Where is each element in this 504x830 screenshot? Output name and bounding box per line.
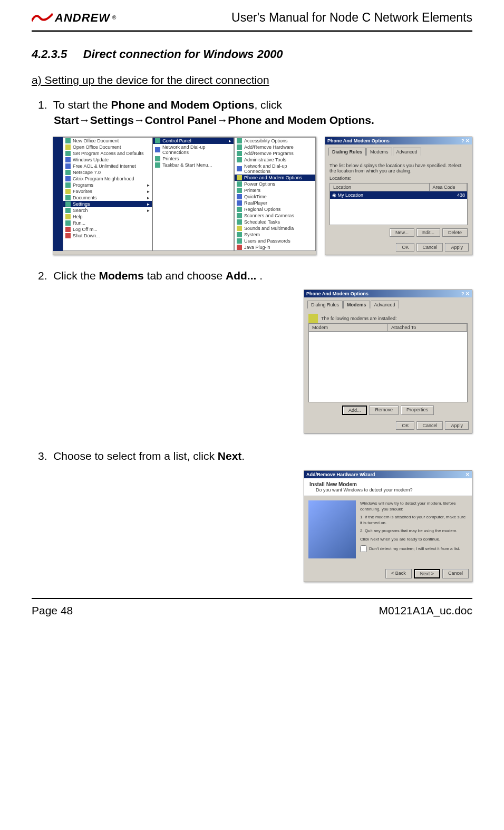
menu-item[interactable]: Log Off m... bbox=[63, 226, 152, 233]
edit-button[interactable]: Edit... bbox=[416, 228, 440, 237]
dialog-tabs: Dialing Rules Modems Advanced bbox=[307, 301, 469, 308]
tab-advanced[interactable]: Advanced bbox=[393, 148, 421, 156]
menu-item[interactable]: Scheduled Tasks bbox=[235, 219, 315, 225]
cancel-button[interactable]: Cancel bbox=[416, 421, 443, 430]
menu-item[interactable]: RealPlayer bbox=[235, 200, 315, 206]
remove-button[interactable]: Remove bbox=[369, 406, 399, 415]
dialog-description: The list below displays the locations yo… bbox=[329, 163, 468, 173]
modems-list[interactable]: Modem Attached To bbox=[308, 323, 468, 402]
startmenu-screenshot: New Office Document Open Office Document… bbox=[53, 137, 316, 255]
menu-item[interactable]: Java Plug-in bbox=[235, 244, 315, 250]
menu-item[interactable]: Run... bbox=[63, 220, 152, 226]
document-filename: M0121A1A_uc.doc bbox=[379, 604, 472, 617]
section-title: Direct connection for Windows 2000 bbox=[83, 47, 283, 61]
add-button[interactable]: Add... bbox=[342, 406, 367, 415]
subsection-heading: a) Setting up the device for the direct … bbox=[32, 74, 472, 86]
new-button[interactable]: New... bbox=[390, 228, 414, 237]
locations-list[interactable]: Location Area Code ◉ My Location 438 bbox=[329, 183, 468, 225]
menu-item[interactable]: Add/Remove Programs bbox=[235, 150, 315, 157]
startmenu-col-2: Control Panel▸ Network and Dial-up Conne… bbox=[152, 137, 234, 251]
back-button[interactable]: < Back bbox=[385, 569, 412, 578]
close-icon[interactable]: ? ✕ bbox=[461, 291, 470, 296]
ok-button[interactable]: OK bbox=[396, 243, 414, 252]
dialog-titlebar: Phone And Modem Options ? ✕ bbox=[304, 290, 472, 297]
location-row[interactable]: ◉ My Location 438 bbox=[330, 191, 467, 199]
wizard-text: Windows will now try to detect your mode… bbox=[360, 500, 468, 558]
wizard-question: Do you want Windows to detect your modem… bbox=[316, 487, 413, 493]
cancel-button[interactable]: Cancel bbox=[442, 569, 469, 578]
ok-button[interactable]: OK bbox=[396, 421, 414, 430]
close-icon[interactable]: ? ✕ bbox=[461, 138, 470, 143]
menu-item[interactable]: Printers bbox=[153, 156, 234, 162]
add-hardware-wizard: Add/Remove Hardware Wizard ✕ Install New… bbox=[304, 470, 472, 582]
menu-item[interactable]: Shut Down... bbox=[63, 233, 152, 239]
cancel-button[interactable]: Cancel bbox=[416, 243, 443, 252]
menu-item-settings[interactable]: Settings▸ bbox=[63, 201, 152, 207]
document-title: User's Manual for Node C Network Element… bbox=[231, 11, 472, 25]
startmenu-sidebar bbox=[53, 137, 63, 251]
menu-item[interactable]: Network and Dial-up Connections bbox=[153, 144, 234, 156]
delete-button[interactable]: Delete bbox=[442, 228, 468, 237]
step-2-screenshots: Phone And Modem Options ? ✕ Dialing Rule… bbox=[32, 289, 472, 433]
properties-button[interactable]: Properties bbox=[401, 406, 434, 415]
menu-item-control-panel[interactable]: Control Panel▸ bbox=[153, 138, 234, 144]
menu-item[interactable]: Favorites▸ bbox=[63, 188, 152, 195]
startmenu-col-3: Accessibility Options Add/Remove Hardwar… bbox=[234, 137, 316, 251]
menu-item[interactable]: Netscape 7.0 bbox=[63, 169, 152, 176]
menu-item[interactable]: Printers bbox=[235, 187, 315, 194]
startmenu-col-1: New Office Document Open Office Document… bbox=[63, 137, 152, 251]
tab-dialing-rules[interactable]: Dialing Rules bbox=[328, 148, 366, 156]
logo: ANDREW ® bbox=[32, 11, 116, 25]
page-number: Page 48 bbox=[32, 604, 73, 617]
menu-item[interactable]: Sounds and Multimedia bbox=[235, 225, 315, 231]
menu-item[interactable]: Power Options bbox=[235, 181, 315, 187]
menu-item[interactable]: Free AOL & Unlimited Internet bbox=[63, 163, 152, 169]
dialog-tabs: Dialing Rules Modems Advanced bbox=[328, 148, 469, 156]
menu-item[interactable]: Windows Update bbox=[63, 157, 152, 163]
section-number: 4.2.3.5 bbox=[32, 47, 67, 61]
logo-wave-icon bbox=[32, 12, 53, 24]
menu-item[interactable]: Programs▸ bbox=[63, 182, 152, 188]
menu-item[interactable]: Help bbox=[63, 214, 152, 220]
menu-item[interactable]: Add/Remove Hardware bbox=[235, 144, 315, 150]
close-icon[interactable]: ✕ bbox=[466, 472, 470, 477]
apply-button[interactable]: Apply bbox=[445, 421, 469, 430]
modem-icon bbox=[308, 314, 318, 323]
menu-item[interactable]: Set Program Access and Defaults bbox=[63, 150, 152, 157]
step-3-screenshots: Add/Remove Hardware Wizard ✕ Install New… bbox=[32, 470, 472, 582]
menu-item[interactable]: Regional Options bbox=[235, 206, 315, 213]
dont-detect-checkbox[interactable] bbox=[360, 545, 367, 552]
tab-modems[interactable]: Modems bbox=[366, 148, 392, 156]
phone-modem-dialog-rules: Phone And Modem Options ? ✕ Dialing Rule… bbox=[325, 137, 472, 255]
menu-item[interactable]: Search▸ bbox=[63, 207, 152, 214]
menu-item[interactable]: Accessibility Options bbox=[235, 138, 315, 144]
logo-registered: ® bbox=[112, 15, 116, 21]
menu-item[interactable]: Open Office Document bbox=[63, 144, 152, 150]
section-heading: 4.2.3.5 Direct connection for Windows 20… bbox=[32, 47, 472, 61]
wizard-subtitle: Install New Modem bbox=[309, 481, 357, 487]
menu-item[interactable]: Taskbar & Start Menu... bbox=[153, 162, 234, 168]
tab-advanced[interactable]: Advanced bbox=[371, 301, 399, 308]
page-footer: Page 48 M0121A1A_uc.doc bbox=[32, 598, 472, 617]
phone-modem-dialog-modems: Phone And Modem Options ? ✕ Dialing Rule… bbox=[304, 289, 472, 433]
tab-dialing-rules[interactable]: Dialing Rules bbox=[307, 301, 343, 308]
menu-item[interactable]: Documents▸ bbox=[63, 195, 152, 201]
tab-modems[interactable]: Modems bbox=[343, 301, 370, 308]
page-header: ANDREW ® User's Manual for Node C Networ… bbox=[32, 11, 472, 32]
menu-item[interactable]: System bbox=[235, 231, 315, 238]
menu-item[interactable]: Administrative Tools bbox=[235, 157, 315, 163]
menu-item[interactable]: Scanners and Cameras bbox=[235, 213, 315, 219]
step-1-screenshots: New Office Document Open Office Document… bbox=[32, 137, 472, 255]
wizard-image bbox=[308, 500, 356, 558]
menu-item[interactable]: QuickTime bbox=[235, 194, 315, 200]
menu-item[interactable]: Network and Dial-up Connections bbox=[235, 163, 315, 175]
menu-item[interactable]: Citrix Program Neighborhood bbox=[63, 176, 152, 182]
dialog-titlebar: Phone And Modem Options ? ✕ bbox=[325, 137, 472, 144]
locations-label: Locations: bbox=[329, 176, 468, 181]
menu-item-phone-modem[interactable]: Phone and Modem Options bbox=[235, 175, 315, 181]
step-3: 3. Choose to select from a list, click N… bbox=[32, 448, 472, 464]
menu-item[interactable]: Users and Passwords bbox=[235, 238, 315, 244]
next-button[interactable]: Next > bbox=[414, 569, 440, 578]
menu-item[interactable]: New Office Document bbox=[63, 138, 152, 144]
apply-button[interactable]: Apply bbox=[445, 243, 469, 252]
